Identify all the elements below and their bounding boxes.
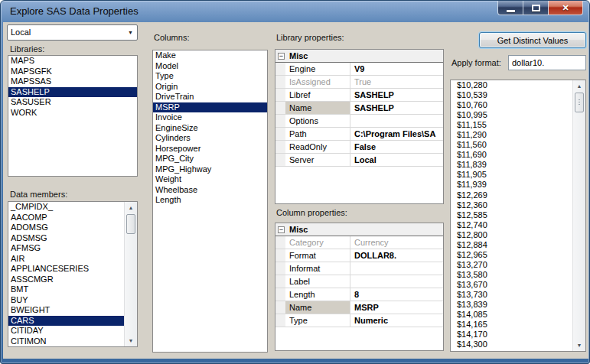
distinct-value-item[interactable]: $11,560 — [451, 140, 572, 150]
maximize-button[interactable] — [523, 1, 549, 15]
property-value[interactable]: True — [350, 76, 443, 88]
distinct-value-item[interactable]: $12,884 — [451, 240, 572, 250]
data-member-list-item[interactable]: APPLIANCESERIES — [8, 264, 124, 275]
column-list-item[interactable]: Wheelbase — [153, 185, 267, 196]
distinct-value-item[interactable]: $12,965 — [451, 250, 572, 260]
property-value[interactable] — [350, 262, 443, 275]
property-row[interactable]: Name MSRP — [275, 301, 443, 314]
property-row[interactable]: Category Currency — [275, 236, 443, 249]
data-member-list-item[interactable]: ASSCMGR — [8, 275, 124, 285]
libraries-listbox[interactable]: MAPS MAPSGFK MAPSSAS SASHELP SASUSER WOR… — [8, 55, 138, 177]
property-value[interactable] — [350, 115, 443, 127]
library-properties-category-row[interactable]: − Misc — [275, 50, 443, 63]
distinct-value-item[interactable]: $10,539 — [451, 90, 572, 100]
data-member-list-item[interactable]: ADOMSG — [8, 223, 124, 233]
scroll-up-icon[interactable]: ▲ — [573, 80, 585, 92]
collapse-icon[interactable]: − — [278, 53, 285, 60]
scroll-down-icon[interactable]: ▼ — [125, 335, 137, 346]
property-row[interactable]: Server Local — [275, 154, 443, 167]
column-list-item[interactable]: Origin — [153, 82, 267, 93]
property-value[interactable]: MSRP — [350, 301, 443, 314]
distinct-value-item[interactable]: $13,580 — [451, 270, 572, 280]
minimize-button[interactable] — [497, 1, 523, 15]
library-list-item[interactable]: SASHELP — [8, 87, 137, 98]
data-member-list-item[interactable]: AACOMP — [8, 213, 124, 223]
apply-format-input[interactable] — [508, 55, 586, 70]
column-list-item[interactable]: MPG_City — [153, 154, 267, 164]
property-value[interactable]: False — [350, 141, 443, 153]
column-list-item[interactable]: MSRP — [153, 102, 267, 113]
distinct-value-item[interactable]: $11,155 — [451, 120, 572, 130]
property-value[interactable]: V9 — [350, 63, 443, 75]
property-row[interactable]: IsAssigned True — [275, 76, 443, 89]
library-list-item[interactable]: MAPS — [8, 56, 137, 67]
library-list-item[interactable]: MAPSGFK — [8, 67, 137, 77]
data-member-list-item[interactable]: ADSMSG — [8, 233, 124, 244]
scrollbar-thumb[interactable] — [126, 214, 135, 234]
distinct-value-item[interactable]: $10,995 — [451, 110, 572, 120]
column-list-item[interactable]: Length — [153, 195, 267, 206]
property-value[interactable]: C:\Program Files\SA — [350, 128, 443, 140]
property-value[interactable]: SASHELP — [350, 102, 443, 114]
library-list-item[interactable]: MAPSSAS — [8, 76, 137, 87]
data-member-list-item[interactable]: CITIDAY — [8, 326, 124, 336]
column-list-item[interactable]: MPG_Highway — [153, 164, 267, 175]
property-row[interactable]: Type Numeric — [275, 314, 443, 327]
property-value[interactable] — [350, 275, 443, 288]
columns-listbox[interactable]: Make Model Type Origin DriveTrain MSRP I… — [152, 50, 268, 353]
distinct-value-item[interactable]: $11,290 — [451, 130, 572, 140]
distinct-value-item[interactable]: $13,270 — [451, 260, 572, 270]
property-row[interactable]: ReadOnly False — [275, 141, 443, 154]
data-members-listbox[interactable]: ▲ ▼ _CMPIDX_ AACOMP ADOMSG ADSMSG AFMSG … — [8, 201, 138, 347]
get-distinct-values-button[interactable]: Get Distinct Values — [479, 32, 586, 48]
distinct-value-item[interactable]: $11,839 — [451, 160, 572, 170]
data-member-list-item[interactable]: BUY — [8, 295, 124, 306]
data-member-list-item[interactable]: AFMSG — [8, 243, 124, 254]
column-properties-grid[interactable]: − Misc Category Currency Format DOLLAR8. — [275, 223, 444, 351]
data-member-list-item[interactable]: _CMPIDX_ — [8, 202, 124, 213]
distinct-value-item[interactable]: $12,740 — [451, 220, 572, 230]
column-list-item[interactable]: DriveTrain — [153, 92, 267, 102]
distinct-value-item[interactable]: $14,085 — [451, 310, 572, 320]
distinct-value-item[interactable]: $13,670 — [451, 280, 572, 290]
library-properties-grid[interactable]: − Misc Engine V9 IsAssigned True — [275, 49, 444, 204]
data-members-scrollbar[interactable]: ▲ ▼ — [124, 202, 137, 346]
data-member-list-item[interactable]: AIR — [8, 254, 124, 265]
column-list-item[interactable]: Type — [153, 71, 267, 82]
distinct-value-item[interactable]: $14,165 — [451, 320, 572, 330]
library-list-item[interactable]: WORK — [8, 108, 137, 119]
property-value[interactable]: 8 — [350, 288, 443, 301]
property-row[interactable]: Path C:\Program Files\SA — [275, 128, 443, 141]
property-row[interactable]: Format DOLLAR8. — [275, 249, 443, 262]
distinct-value-item[interactable]: $14,300 — [451, 340, 572, 349]
column-list-item[interactable]: EngineSize — [153, 123, 267, 134]
property-value[interactable]: Currency — [350, 236, 443, 249]
titlebar[interactable]: Explore SAS Data Properties ✕ — [1, 1, 589, 22]
distinct-values-listbox[interactable]: ▲ ▼ $10,280 $10,539 $10,760 $10,995 $11,… — [450, 80, 586, 352]
column-properties-category-row[interactable]: − Misc — [275, 223, 443, 236]
column-list-item[interactable]: Model — [153, 61, 267, 72]
distinct-value-item[interactable]: $12,585 — [451, 210, 572, 220]
property-row[interactable]: Options — [275, 115, 443, 128]
property-row[interactable]: Engine V9 — [275, 63, 443, 76]
collapse-icon[interactable]: − — [278, 226, 285, 233]
distinct-value-item[interactable]: $12,800 — [451, 230, 572, 240]
property-value[interactable]: SASHELP — [350, 89, 443, 101]
property-value[interactable]: DOLLAR8. — [350, 249, 443, 262]
column-list-item[interactable]: Horsepower — [153, 144, 267, 154]
server-combobox[interactable]: Local ▼ — [7, 24, 138, 41]
property-row[interactable]: Libref SASHELP — [275, 89, 443, 102]
data-member-list-item[interactable]: BMT — [8, 284, 124, 295]
distinct-value-item[interactable]: $11,690 — [451, 150, 572, 160]
scrollbar-thumb[interactable] — [575, 93, 584, 112]
column-list-item[interactable]: Make — [153, 50, 267, 61]
property-row[interactable]: Informat — [275, 262, 443, 275]
distinct-value-item[interactable]: $13,839 — [451, 300, 572, 310]
distinct-value-item[interactable]: $10,280 — [451, 80, 572, 90]
scroll-up-icon[interactable]: ▲ — [125, 202, 137, 213]
data-member-list-item[interactable]: CITIMON — [8, 336, 124, 347]
close-button[interactable]: ✕ — [548, 1, 583, 15]
property-value[interactable]: Local — [350, 154, 443, 166]
column-list-item[interactable]: Invoice — [153, 112, 267, 123]
property-row[interactable]: Name SASHELP — [275, 102, 443, 115]
